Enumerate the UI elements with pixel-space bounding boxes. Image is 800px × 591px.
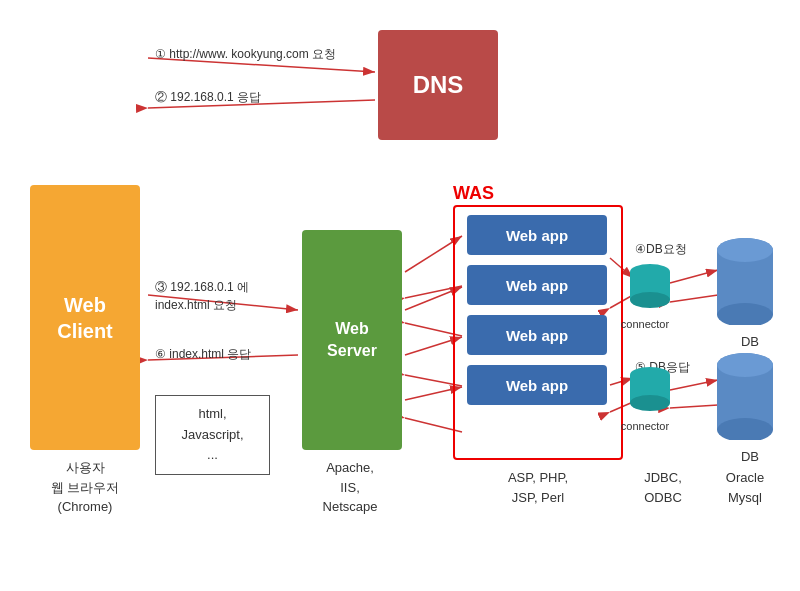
webapp-1: Web app <box>467 215 607 255</box>
dns-label: DNS <box>413 71 464 99</box>
oracle-label: OracleMysql <box>710 468 780 507</box>
web-client-box: WebClient <box>30 185 140 450</box>
web-client-sublabel: 사용자웹 브라우저(Chrome) <box>30 458 140 517</box>
jdbc-label: JDBC,ODBC <box>628 468 698 507</box>
svg-point-37 <box>717 353 773 377</box>
connector-bottom <box>625 365 675 415</box>
dns-box: DNS <box>378 30 498 140</box>
connector-bottom-label: connector <box>615 418 675 435</box>
webapp-1-label: Web app <box>506 227 568 244</box>
svg-point-26 <box>630 292 670 308</box>
html-box: html,Javascript,... <box>155 395 270 475</box>
webapp-4: Web app <box>467 365 607 405</box>
was-sublabel: ASP, PHP,JSP, Perl <box>453 468 623 507</box>
step1-annotation: ① http://www. kookyung.com 요청 <box>155 45 336 63</box>
web-server-sublabel: Apache,IIS,Netscape <box>290 458 410 517</box>
html-box-text: html,Javascript,... <box>181 404 243 466</box>
svg-point-33 <box>717 238 773 262</box>
was-title: WAS <box>453 183 494 204</box>
svg-point-29 <box>630 395 670 411</box>
connector-top <box>625 262 675 312</box>
webapp-2: Web app <box>467 265 607 305</box>
step3-annotation: ③ 192.168.0.1 에index.html 요청 <box>155 278 249 314</box>
webapp-3-label: Web app <box>506 327 568 344</box>
webapp-4-label: Web app <box>506 377 568 394</box>
step4-annotation: ④DB요청 <box>635 240 687 258</box>
web-server-box: WebServer <box>302 230 402 450</box>
web-server-label: WebServer <box>327 318 377 363</box>
webapp-2-label: Web app <box>506 277 568 294</box>
db-top <box>710 235 780 325</box>
step6-annotation: ⑥ index.html 응답 <box>155 345 251 363</box>
step2-annotation: ② 192.168.0.1 응답 <box>155 88 261 106</box>
db-bottom <box>710 350 780 440</box>
connector-top-label: connector <box>615 316 675 333</box>
db-bottom-label: DB <box>720 447 780 467</box>
diagram: ① http://www. kookyung.com 요청 ② 192.168.… <box>0 0 800 591</box>
db-top-label: DB <box>720 332 780 352</box>
web-client-label: WebClient <box>57 292 113 344</box>
webapp-3: Web app <box>467 315 607 355</box>
